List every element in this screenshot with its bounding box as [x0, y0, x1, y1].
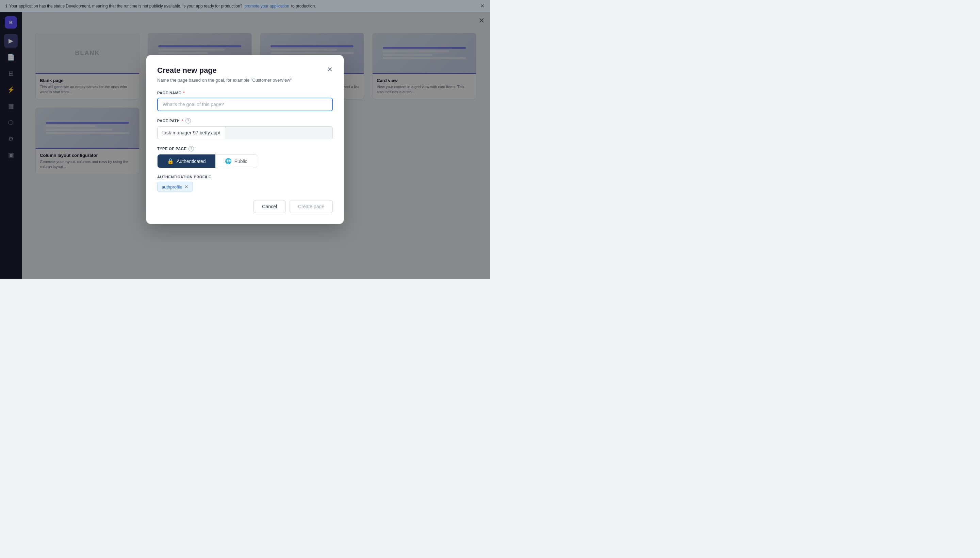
- page-name-input[interactable]: [157, 98, 333, 111]
- auth-profile-tag-text: authprofile: [162, 184, 182, 190]
- type-toggle: 🔒 Authenticated 🌐 Public: [157, 154, 257, 168]
- globe-icon: 🌐: [225, 158, 232, 164]
- modal-title: Create new page: [157, 66, 217, 75]
- page-name-group: PAGE NAME *: [157, 91, 333, 111]
- public-label: Public: [235, 159, 247, 164]
- authenticated-label: Authenticated: [177, 159, 206, 164]
- modal-subtitle: Name the page based on the goal, for exa…: [157, 77, 333, 83]
- type-of-page-group: TYPE OF PAGE ? 🔒 Authenticated 🌐 Public: [157, 146, 333, 168]
- auth-profile-group: AUTHENTICATION PROFILE authprofile ✕: [157, 175, 333, 192]
- auth-profile-tag: authprofile ✕: [157, 182, 193, 192]
- page-path-row: task-manager-97.betty.app/: [157, 126, 333, 139]
- type-of-page-help-icon[interactable]: ?: [189, 146, 194, 151]
- type-public-button[interactable]: 🌐 Public: [215, 154, 257, 168]
- modal-footer: Cancel Create page: [157, 200, 333, 213]
- page-path-group: PAGE PATH * ? task-manager-97.betty.app/: [157, 118, 333, 139]
- auth-profile-remove-button[interactable]: ✕: [184, 184, 189, 190]
- create-page-button[interactable]: Create page: [290, 200, 333, 213]
- auth-profile-label: AUTHENTICATION PROFILE: [157, 175, 333, 179]
- page-path-label: PAGE PATH * ?: [157, 118, 333, 123]
- page-path-help-icon[interactable]: ?: [185, 118, 191, 123]
- page-name-label: PAGE NAME *: [157, 91, 333, 95]
- modal-header: Create new page ✕: [157, 66, 333, 75]
- cancel-button[interactable]: Cancel: [253, 200, 286, 213]
- page-path-prefix: task-manager-97.betty.app/: [158, 126, 225, 139]
- type-authenticated-button[interactable]: 🔒 Authenticated: [158, 154, 215, 168]
- create-page-modal: Create new page ✕ Name the page based on…: [146, 55, 344, 224]
- modal-close-button[interactable]: ✕: [327, 66, 333, 73]
- type-of-page-label: TYPE OF PAGE ?: [157, 146, 333, 151]
- lock-icon: 🔒: [167, 158, 174, 164]
- page-path-input[interactable]: [225, 126, 332, 139]
